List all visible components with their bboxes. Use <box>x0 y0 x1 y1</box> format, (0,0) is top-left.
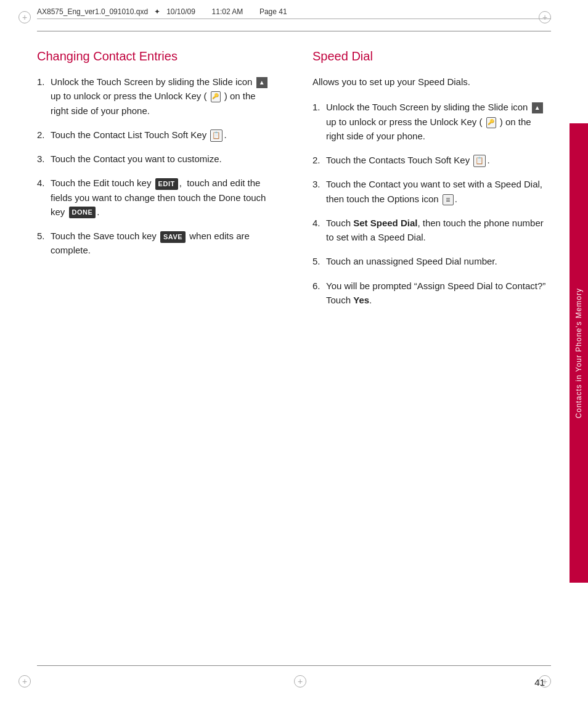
sidebar-tab: Contacts in Your Phone's Memory <box>570 123 588 583</box>
edit-badge: EDIT <box>155 178 178 190</box>
right-step-2: 2. Touch the Contacts Touch Soft Key . <box>312 153 551 167</box>
top-rule <box>37 31 551 31</box>
reg-mark-bc <box>294 675 306 688</box>
right-section-heading: Speed Dial <box>312 49 551 64</box>
step-content-2: Touch the Contact List Touch Soft Key . <box>51 128 276 142</box>
file-name: AX8575_Eng_ver1.0_091010.qxd <box>37 7 148 16</box>
step-content-5: Touch the Save touch key SAVE when edits… <box>51 229 276 258</box>
unlock-icon-left-1 <box>211 91 221 102</box>
right-step-content-2: Touch the Contacts Touch Soft Key . <box>326 153 551 167</box>
contact-list-icon-left <box>210 129 223 142</box>
page-number: 41 <box>534 677 545 688</box>
right-step-3: 3. Touch the Contact you want to set wit… <box>312 177 551 206</box>
bottom-rule <box>37 665 551 666</box>
right-column: Speed Dial Allows you to set up your Spe… <box>294 37 551 669</box>
right-step-6: 6. You will be prompted “Assign Speed Di… <box>312 279 551 308</box>
right-step-content-5: Touch an unassigned Speed Dial number. <box>326 254 551 268</box>
contact-icon-right-2 <box>473 155 486 167</box>
unlock-icon-right-1 <box>486 117 496 128</box>
reg-mark-bl <box>18 675 31 688</box>
left-step-4: 4. Touch the Edit touch key EDIT, touch … <box>37 176 276 219</box>
header-bar: AX8575_Eng_ver1.0_091010.qxd ✦ 10/10/09 … <box>37 7 551 19</box>
right-step-num-2: 2. <box>312 153 322 167</box>
left-column: Changing Contact Entries 1. Unlock the T… <box>37 37 294 669</box>
right-step-5: 5. Touch an unassigned Speed Dial number… <box>312 254 551 268</box>
header-page: Page 41 <box>259 7 287 16</box>
header-time: 11:02 AM <box>212 7 243 16</box>
set-speed-dial-text: Set Speed Dial <box>353 218 417 228</box>
right-step-num-6: 6. <box>312 279 322 308</box>
done-badge: DONE <box>69 207 96 218</box>
file-info: AX8575_Eng_ver1.0_091010.qxd ✦ 10/10/09 … <box>37 7 287 16</box>
options-icon-right-3 <box>443 194 454 205</box>
step-content-3: Touch the Contact you want to customize. <box>51 152 276 166</box>
left-step-2: 2. Touch the Contact List Touch Soft Key… <box>37 128 276 142</box>
reg-mark-tr <box>539 11 551 23</box>
step-num-5: 5. <box>37 229 47 258</box>
slide-icon-right-1 <box>532 102 543 113</box>
right-step-num-4: 4. <box>312 216 322 245</box>
step-num-1: 1. <box>37 75 47 118</box>
header-date: 10/10/09 <box>166 7 195 16</box>
right-step-content-4: Touch Set Speed Dial, then touch the pho… <box>326 216 551 245</box>
right-steps-list: 1. Unlock the Touch Screen by sliding th… <box>312 100 551 307</box>
left-section-heading: Changing Contact Entries <box>37 49 276 64</box>
right-step-content-3: Touch the Contact you want to set with a… <box>326 177 551 206</box>
header-divider: ✦ <box>154 7 160 16</box>
right-step-num-1: 1. <box>312 100 322 143</box>
step-content-1: Unlock the Touch Screen by sliding the S… <box>51 75 276 118</box>
speed-dial-intro: Allows you to set up your Speed Dials. <box>312 75 551 89</box>
step-content-4: Touch the Edit touch key EDIT, touch and… <box>51 176 276 219</box>
header-spacer2 <box>249 7 253 16</box>
right-step-4: 4. Touch Set Speed Dial, then touch the … <box>312 216 551 245</box>
left-step-3: 3. Touch the Contact you want to customi… <box>37 152 276 166</box>
sidebar-tab-label: Contacts in Your Phone's Memory <box>574 288 583 418</box>
header-spacer <box>202 7 206 16</box>
save-badge: SAVE <box>160 231 186 243</box>
right-step-content-6: You will be prompted “Assign Speed Dial … <box>326 279 551 308</box>
step-num-4: 4. <box>37 176 47 219</box>
right-step-num-3: 3. <box>312 177 322 206</box>
slide-icon-left-1 <box>256 77 267 88</box>
step-num-2: 2. <box>37 128 47 142</box>
right-step-1: 1. Unlock the Touch Screen by sliding th… <box>312 100 551 143</box>
right-step-content-1: Unlock the Touch Screen by sliding the S… <box>326 100 551 143</box>
yes-text: Yes <box>353 295 369 305</box>
left-step-5: 5. Touch the Save touch key SAVE when ed… <box>37 229 276 258</box>
left-step-1: 1. Unlock the Touch Screen by sliding th… <box>37 75 276 118</box>
step-num-3: 3. <box>37 152 47 166</box>
page-content: Changing Contact Entries 1. Unlock the T… <box>37 37 551 669</box>
reg-mark-tl <box>18 11 31 23</box>
right-step-num-5: 5. <box>312 254 322 268</box>
left-steps-list: 1. Unlock the Touch Screen by sliding th… <box>37 75 276 258</box>
